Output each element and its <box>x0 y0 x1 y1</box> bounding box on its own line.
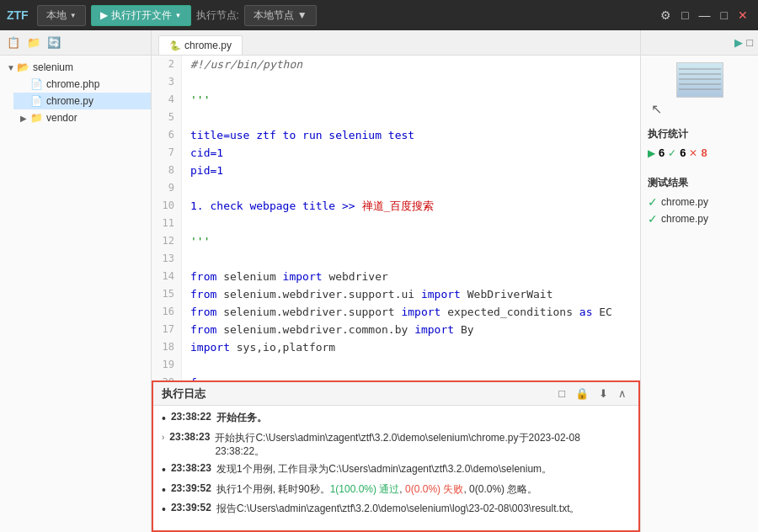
right-run-btn[interactable]: ▶ <box>734 36 743 49</box>
code-line-11: 11 <box>152 215 640 232</box>
result-item-2: ✓ chrome.py <box>648 212 751 226</box>
right-toolbar: ▶ □ <box>641 30 758 56</box>
code-line-2: 2 #!/usr/bin/python <box>152 56 640 73</box>
tab-py-icon: 🐍 <box>169 40 181 51</box>
code-line-17: 17 from selenium.webdriver.common.by imp… <box>152 321 640 338</box>
tree-item-chrome-php[interactable]: 📄 chrome.php <box>13 76 151 93</box>
run-btn-label: 执行打开文件 <box>111 8 172 23</box>
cursor-icon: ↖ <box>651 102 662 116</box>
local-btn[interactable]: 本地 ▼ <box>37 5 86 26</box>
log-bullet-3: • <box>162 462 166 479</box>
log-title: 执行日志 <box>162 386 555 402</box>
sidebar: 📋 📁 🔄 ▼ 📂 selenium 📄 chrome.php 📄 chro <box>0 30 152 532</box>
log-text-5: 报告C:\Users\admin\zagent\ztf\3.2.0\demo\s… <box>216 502 580 516</box>
tree-item-label-vendor: vendor <box>46 112 77 124</box>
x-stat-icon: ✕ <box>689 147 697 159</box>
result-name-1: chrome.py <box>661 196 708 208</box>
close-icon-btn[interactable]: ✕ <box>734 7 751 24</box>
sidebar-refresh-icon[interactable]: 🔄 <box>45 35 62 51</box>
tree-item-vendor[interactable]: ▶ 📁 vendor <box>13 109 151 126</box>
code-line-19: 19 <box>152 356 640 374</box>
right-panel: ▶ □ ↖ 执行统计 ▶ 6 ✓ 6 <box>640 30 758 532</box>
log-arrow-2: › <box>162 433 164 442</box>
stats-section: 执行统计 ▶ 6 ✓ 6 ✕ 8 <box>641 120 758 169</box>
code-line-5: 5 <box>152 109 640 126</box>
results-title: 测试结果 <box>648 176 751 190</box>
vendor-arrow-icon: ▶ <box>20 114 30 123</box>
tree-item-chrome-py[interactable]: 📄 chrome.py <box>13 93 151 109</box>
code-line-20: 20 from ... <box>152 374 640 380</box>
node-btn[interactable]: 本地节点 ▼ <box>244 5 317 26</box>
log-bullet-5: • <box>162 502 166 519</box>
local-btn-arrow: ▼ <box>70 12 77 19</box>
code-line-12: 12 ''' <box>152 232 640 250</box>
log-entry-2: › 23:38:23 开始执行C:\Users\admin\zagent\ztf… <box>162 431 630 460</box>
tree-item-label-chrome-py: chrome.py <box>46 95 93 107</box>
log-collapse-btn[interactable]: ∧ <box>615 386 630 402</box>
vendor-folder-icon: 📁 <box>30 112 43 124</box>
play-stat-icon: ▶ <box>648 147 655 159</box>
sidebar-folder-icon[interactable]: 📁 <box>25 35 42 51</box>
code-line-9: 9 <box>152 179 640 197</box>
code-line-8: 8 pid=1 <box>152 162 640 179</box>
tree-group: 📄 chrome.php 📄 chrome.py ▶ 📁 vendor <box>0 76 151 126</box>
py-file-icon: 📄 <box>30 95 43 107</box>
log-entry-3: • 23:38:23 发现1个用例, 工作目录为C:\Users\admin\z… <box>162 462 630 479</box>
restore-icon-btn[interactable]: □ <box>678 7 691 24</box>
log-text-1: 开始任务。 <box>216 411 267 425</box>
run-btn[interactable]: ▶ 执行打开文件 ▼ <box>91 5 191 26</box>
x-stat-num: 8 <box>701 146 707 159</box>
maximize-icon-btn[interactable]: □ <box>718 7 731 24</box>
log-entry-1: • 23:38:22 开始任务。 <box>162 411 630 428</box>
main-toolbar: ZTF 本地 ▼ ▶ 执行打开文件 ▼ 执行节点: 本地节点 ▼ ⚙ □ — □… <box>0 0 758 30</box>
log-new-window-btn[interactable]: □ <box>555 386 568 402</box>
toolbar-right: ⚙ □ — □ ✕ <box>657 7 751 24</box>
settings-icon-btn[interactable]: ⚙ <box>657 7 675 24</box>
node-label: 执行节点: <box>196 8 239 23</box>
editor-container: 🐍 chrome.py 2 #!/usr/bin/python 3 4 ''' <box>152 30 640 532</box>
log-content[interactable]: • 23:38:22 开始任务。 › 23:38:23 开始执行C:\Users… <box>153 406 638 530</box>
tree-root-label: selenium <box>33 61 73 73</box>
log-text-4: 执行1个用例, 耗时90秒。1(100.0%) 通过, 0(0.0%) 失败, … <box>216 482 537 497</box>
log-bullet-4: • <box>162 482 166 499</box>
selenium-folder-icon: 📂 <box>17 61 29 73</box>
app-logo: ZTF <box>7 8 29 22</box>
main-area: 📋 📁 🔄 ▼ 📂 selenium 📄 chrome.php 📄 chro <box>0 30 758 532</box>
run-btn-arrow: ▼ <box>175 12 182 19</box>
code-line-7: 7 cid=1 <box>152 144 640 162</box>
tree-root-selenium[interactable]: ▼ 📂 selenium <box>0 59 151 76</box>
code-line-14: 14 from selenium import webdriver <box>152 268 640 285</box>
php-file-icon: 📄 <box>30 78 43 90</box>
result-name-2: chrome.py <box>661 213 708 225</box>
thumbnail-area: ↖ <box>641 56 758 120</box>
check-stat-num: 6 <box>680 146 686 159</box>
log-lock1-btn[interactable]: 🔒 <box>572 386 592 402</box>
editor-tab-chrome-py[interactable]: 🐍 chrome.py <box>158 35 243 55</box>
stats-title: 执行统计 <box>648 127 751 141</box>
code-editor[interactable]: 2 #!/usr/bin/python 3 4 ''' 5 6 title=us… <box>152 56 640 380</box>
result-check-1: ✓ <box>648 195 658 209</box>
log-panel: 执行日志 □ 🔒 ⬇ ∧ • 23:38:22 开始任务。 › <box>152 380 640 532</box>
log-header-icons: □ 🔒 ⬇ ∧ <box>555 386 630 402</box>
results-section: 测试结果 ✓ chrome.py ✓ chrome.py <box>641 169 758 236</box>
editor-tabs: 🐍 chrome.py <box>152 30 640 56</box>
log-text-3: 发现1个用例, 工作目录为C:\Users\admin\zagent\ztf\3… <box>216 462 552 476</box>
sidebar-copy-icon[interactable]: 📋 <box>5 35 22 51</box>
log-time-4: 23:39:52 <box>171 482 211 494</box>
minimize-icon-btn[interactable]: — <box>696 7 714 24</box>
log-time-2: 23:38:23 <box>169 431 210 443</box>
code-line-18: 18 import sys,io,platform <box>152 338 640 356</box>
right-window-btn[interactable]: □ <box>746 36 753 49</box>
node-btn-arrow: ▼ <box>297 9 307 21</box>
log-header: 执行日志 □ 🔒 ⬇ ∧ <box>153 382 638 406</box>
code-line-15: 15 from selenium.webdriver.support.ui im… <box>152 285 640 303</box>
log-bullet-1: • <box>162 411 166 428</box>
screenshot-thumbnail <box>676 62 723 98</box>
log-text-2: 开始执行C:\Users\admin\zagent\ztf\3.2.0\demo… <box>215 431 630 460</box>
result-item-1: ✓ chrome.py <box>648 195 751 209</box>
code-line-10: 10 1. check webpage title >> 禅道_百度搜索 <box>152 197 640 215</box>
log-lock2-btn[interactable]: ⬇ <box>595 386 611 402</box>
code-line-3: 3 <box>152 73 640 91</box>
check-stat-icon: ✓ <box>668 147 676 159</box>
code-line-16: 16 from selenium.webdriver.support impor… <box>152 303 640 321</box>
